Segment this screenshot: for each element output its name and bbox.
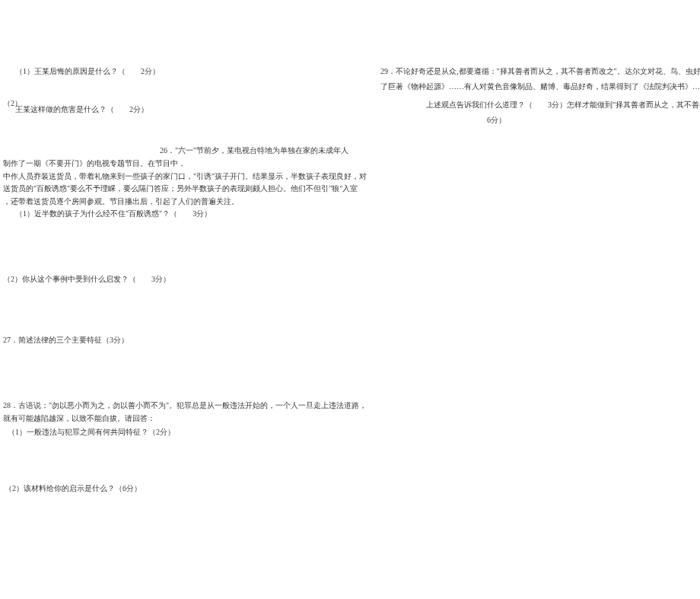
q26-line4: 送货员的"百般诱惑"要么不予理睬，要么隔门答应；另外半数孩子的表现则颇人担心。他… [3, 183, 358, 195]
q28-line1: 28．古语说："勿以恶小而为之，勿以善小而不为"。犯罪总是从一般违法开始的，一个… [3, 400, 367, 412]
q25-sub1-text: （1）王某后悔的原因是什么？（ 2分） [15, 65, 160, 78]
q26-intro: 26．"六一"节前夕，某电视台特地为单独在家的未成年人 [160, 145, 348, 157]
q29-line4: 6分） [487, 114, 506, 126]
q27-text: 27．简述法律的三个主要特征（3分） [3, 334, 129, 346]
q28-sub2: （2）该材料给你的启示是什么？（6分） [5, 483, 142, 495]
q28-line2: 就有可能越陷越深，以致不能自拔。请回答： [3, 413, 155, 425]
q26-line5: ，还带着送货员逐个房间参观。节目播出后，引起了人们的普遍关注。 [3, 196, 239, 208]
document-page: （1）王某后悔的原因是什么？（ 2分） （2） 王某这样做的危害是什么？（ 2分… [0, 0, 700, 599]
q26-sub2: （2）你从这个事例中受到什么启发？（ 3分） [3, 273, 170, 285]
q29-line3: 上述观点告诉我们什么道理？（ 3分）怎样才能做到"择其善者而从之，其不善者而改之… [426, 99, 700, 111]
q25-sub2-text: 王某这样做的危害是什么？（ 2分） [15, 104, 148, 116]
q26-line2: 制作了一期《不要开门》的电视专题节目。在节目中， [3, 158, 186, 170]
q28-sub1: （1）一般违法与犯罪之间有何共同特征？（2分） [8, 426, 175, 438]
q26-sub1: （1）近半数的孩子为什么经不住"百般诱惑"？（ 3分） [15, 208, 212, 220]
q29-line1: 29．不论好奇还是从众,都要遵循："择其善者而从之，其不善者而改之"。达尔文对花… [380, 65, 700, 78]
q26-line3: 中作人员乔装送货员，带着礼物来到一些孩子的家门口，"引诱"孩子开门。结果显示，半… [3, 170, 367, 183]
q29-line2: 了巨著《物种起源》……有人对黄色音像制品、赌博、毒品好奇，结果得到了《法院判决书… [380, 81, 700, 93]
